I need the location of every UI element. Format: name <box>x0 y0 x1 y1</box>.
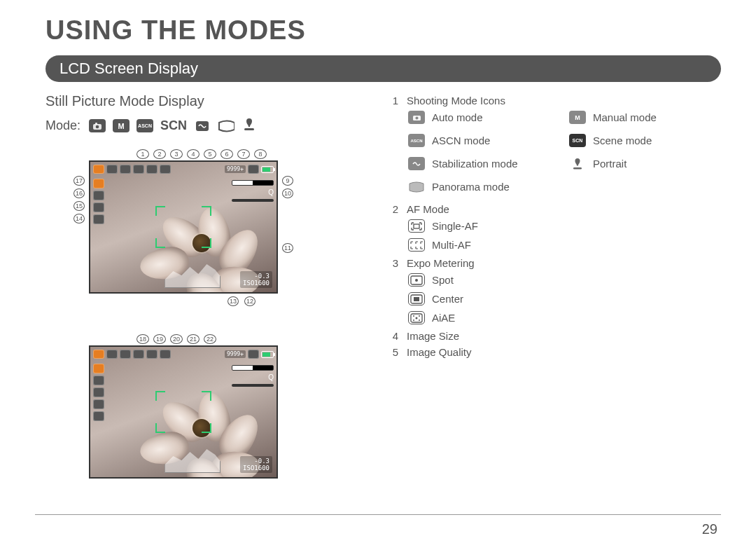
svg-rect-7 <box>573 167 582 170</box>
portrait-icon <box>241 116 257 135</box>
lcd-display-2: 18 19 20 21 22 . <box>74 334 368 479</box>
svg-rect-12 <box>414 297 419 301</box>
stabilization-icon <box>194 119 211 132</box>
metering-chip <box>120 165 131 174</box>
sd-chip <box>248 165 259 174</box>
callouts-bottom-1: 13 12 <box>74 296 368 306</box>
svg-point-16 <box>419 315 420 317</box>
aiae-icon <box>408 311 425 324</box>
svg-point-1 <box>96 125 99 128</box>
panorama-icon <box>408 180 425 193</box>
side-chip-4 <box>93 214 104 224</box>
stabilization-icon <box>408 157 425 170</box>
page-number: 29 <box>702 521 718 537</box>
legend-5: 5 Image Quality <box>388 346 721 358</box>
scn-icon-plain: SCN <box>160 118 187 133</box>
zoom-track <box>232 199 274 202</box>
side-chip-3 <box>93 202 104 212</box>
info-readout: -0.3 ISO1600 <box>240 456 272 473</box>
legend-spot: Spot <box>432 274 454 286</box>
af-brackets <box>155 206 211 248</box>
battery-icon <box>261 351 274 358</box>
callouts-top-1: 1 2 3 4 5 6 7 8 <box>74 149 368 159</box>
center-icon <box>408 292 425 305</box>
zoom-indicator: Q <box>268 188 274 196</box>
legend-panel: 1 Shooting Mode Icons Auto mode M Manual… <box>388 90 721 507</box>
remaining-count: 9999+ <box>225 350 246 358</box>
legend-center: Center <box>432 293 463 305</box>
svg-rect-8 <box>414 224 419 228</box>
mode-label: Mode: <box>46 118 80 133</box>
section-header: LCD Screen Display <box>46 55 721 82</box>
legend-ascn: ASCN mode <box>432 135 490 146</box>
svg-point-18 <box>419 319 420 321</box>
svg-point-15 <box>413 315 414 317</box>
lcd-display-1: 1 2 3 4 5 6 7 8 17 16 15 14 <box>74 149 368 306</box>
lcd-preview-1: 9999+ <box>89 160 278 294</box>
chip-6 <box>160 165 171 174</box>
legend-portrait: Portrait <box>593 158 626 170</box>
legend-single-af: Single-AF <box>432 220 478 232</box>
footer-rule <box>35 514 721 515</box>
svg-point-10 <box>415 279 418 282</box>
single-af-icon <box>408 219 425 233</box>
spot-icon <box>408 273 425 287</box>
svg-point-17 <box>413 319 414 321</box>
shooting-mode-chip <box>93 350 104 359</box>
af-chip <box>106 165 118 174</box>
legend-aiae: AiAE <box>432 312 455 324</box>
remaining-count: 9999+ <box>225 165 246 173</box>
page-title: USING THE MODES <box>46 15 721 46</box>
mode-line: Mode: M ASCN SCN <box>46 116 368 135</box>
legend-2: 2 AF Mode <box>388 203 721 215</box>
af-brackets <box>155 391 211 433</box>
legend-3: 3 Expo Metering <box>388 257 721 269</box>
manual-icon: M <box>569 111 586 124</box>
ascn-icon: ASCN <box>136 119 153 132</box>
panorama-icon <box>218 119 234 132</box>
wb-bar <box>232 180 274 186</box>
battery-icon <box>261 166 274 173</box>
lcd-preview-2: 9999+ <box>89 345 278 479</box>
iso-readout: ISO1600 <box>243 280 270 287</box>
legend-multi-af: Multi-AF <box>432 239 471 251</box>
side-chip-1 <box>93 179 104 188</box>
svg-rect-2 <box>95 123 97 125</box>
svg-rect-4 <box>244 128 254 130</box>
portrait-icon <box>569 157 586 170</box>
legend-stab: Stabilization mode <box>432 158 518 170</box>
subsection-title: Still Picture Mode Display <box>46 93 368 109</box>
svg-point-6 <box>415 117 418 120</box>
svg-point-14 <box>416 317 418 319</box>
callouts-right-1: 9 10 11 <box>282 160 293 253</box>
quality-chip <box>146 165 158 174</box>
info-readout: -0.3 ISO1600 <box>240 271 272 288</box>
manual-icon: M <box>113 119 130 132</box>
callouts-left-1: 17 16 15 14 <box>74 160 85 224</box>
side-chip-2 <box>93 191 104 200</box>
legend-1: 1 Shooting Mode Icons <box>388 95 721 106</box>
auto-icon <box>89 119 106 132</box>
auto-icon <box>408 111 425 124</box>
legend-auto: Auto mode <box>432 111 483 123</box>
scn-icon: SCN <box>569 134 586 147</box>
legend-pano: Panorama mode <box>432 181 510 193</box>
callouts-top-2: 18 19 20 21 22 <box>74 334 368 344</box>
size-chip <box>133 165 144 174</box>
multi-af-icon <box>408 238 425 252</box>
ev-readout: -0.3 <box>243 273 270 280</box>
shooting-mode-chip <box>93 165 104 174</box>
ascn-icon: ASCN <box>408 134 425 147</box>
legend-4: 4 Image Size <box>388 330 721 342</box>
legend-scene: Scene mode <box>593 135 652 146</box>
legend-manual: Manual mode <box>593 111 657 123</box>
